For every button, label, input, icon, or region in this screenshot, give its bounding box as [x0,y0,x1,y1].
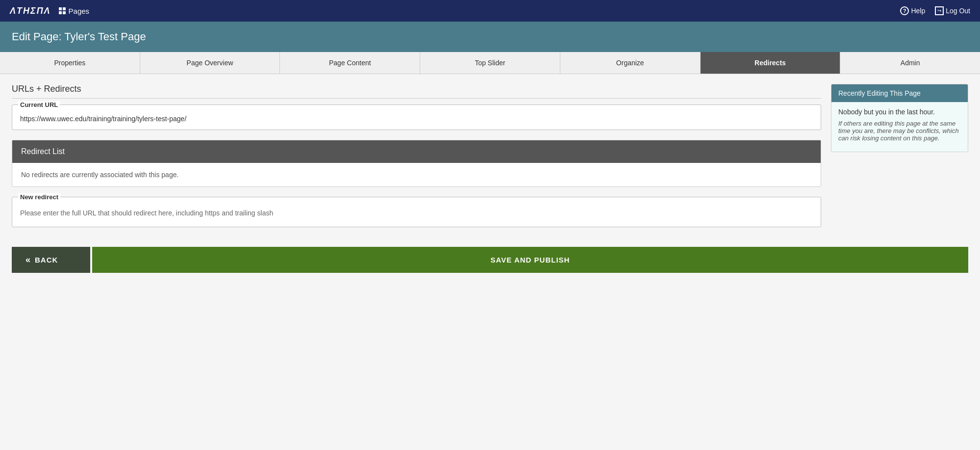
pages-link-label: Pages [69,7,90,15]
topbar: ΛTHΣΠΛ Pages ? Help ↪ Log Out [0,0,980,22]
save-publish-button[interactable]: Save and Publish [92,247,968,273]
back-chevron-icon: « [25,255,31,265]
content-right: Recently Editing This Page Nobody but yo… [831,84,968,152]
redirect-list-header: Redirect List [12,140,821,163]
tab-admin[interactable]: Admin [840,52,980,74]
tab-top-slider[interactable]: Top Slider [420,52,560,74]
redirect-empty-message: No redirects are currently associated wi… [21,171,178,179]
pages-grid-icon [59,7,66,14]
content-left: URLs + Redirects Current URL https://www… [12,84,821,237]
tabs: Properties Page Overview Page Content To… [0,52,980,74]
page-header: Edit Page: Tyler's Test Page [0,22,980,52]
redirect-list-section: Redirect List No redirects are currently… [12,140,821,187]
topbar-right: ? Help ↪ Log Out [900,6,970,15]
new-redirect-placeholder: Please enter the full URL that should re… [20,209,813,217]
help-link[interactable]: ? Help [900,6,925,15]
tab-redirects[interactable]: Redirects [701,52,841,74]
new-redirect-legend: New redirect [18,193,60,201]
help-icon: ? [900,6,909,15]
tab-organize[interactable]: Organize [560,52,701,74]
logo-area: ΛTHΣΠΛ [10,6,51,16]
logout-icon: ↪ [935,6,944,15]
logout-label: Log Out [946,7,970,15]
recently-editing-panel: Recently Editing This Page Nobody but yo… [831,84,968,152]
page-title: Edit Page: Tyler's Test Page [12,30,968,43]
bottom-bar: « Back Save and Publish [0,247,980,283]
logout-link[interactable]: ↪ Log Out [935,6,970,15]
help-label: Help [911,7,925,15]
nobody-message: Nobody but you in the last hour. [838,108,961,116]
current-url-legend: Current URL [18,101,60,108]
recently-editing-header: Recently Editing This Page [831,84,968,102]
logo-text: ΛTHΣΠΛ [10,6,51,16]
recently-editing-body: Nobody but you in the last hour. If othe… [831,102,968,152]
back-button[interactable]: « Back [12,247,90,273]
tab-page-content[interactable]: Page Content [280,52,420,74]
back-label: Back [35,256,58,264]
current-url-box: Current URL https://www.uwec.edu/trainin… [12,105,821,130]
tab-page-overview[interactable]: Page Overview [140,52,280,74]
conflict-note: If others are editing this page at the s… [838,120,961,142]
tab-properties[interactable]: Properties [0,52,140,74]
section-title: URLs + Redirects [12,84,821,99]
redirect-list-body: No redirects are currently associated wi… [12,163,821,186]
pages-link[interactable]: Pages [59,7,90,15]
topbar-left: ΛTHΣΠΛ Pages [10,6,89,16]
new-redirect-box: New redirect Please enter the full URL t… [12,197,821,227]
save-publish-label: Save and Publish [491,256,570,264]
current-url-value: https://www.uwec.edu/training/training/t… [20,115,813,123]
main-content: URLs + Redirects Current URL https://www… [0,74,980,247]
